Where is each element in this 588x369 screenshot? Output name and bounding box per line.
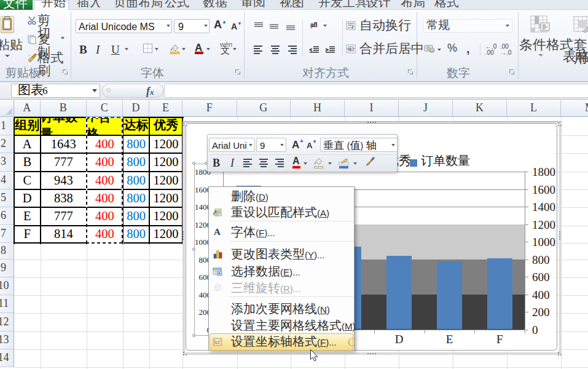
svg-text:A: A [214, 227, 221, 237]
svg-text:ab: ab [310, 22, 318, 28]
svg-text:a: a [349, 47, 351, 51]
